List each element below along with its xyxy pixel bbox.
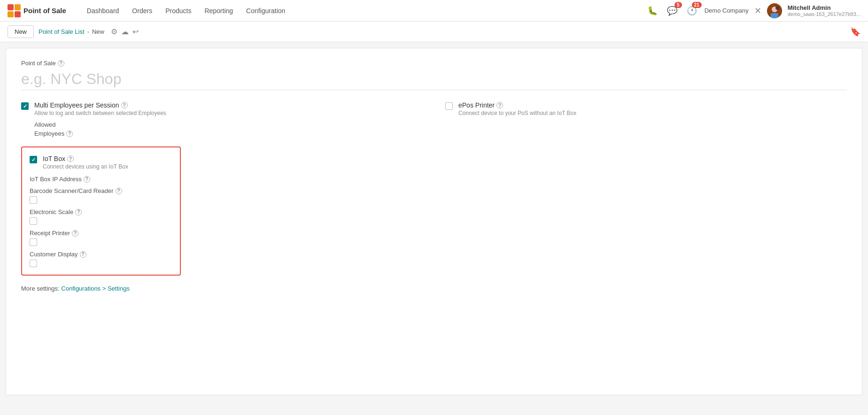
- breadcrumb-parent[interactable]: Point of Sale List: [39, 28, 85, 35]
- svg-rect-6: [771, 13, 778, 18]
- bug-icon-btn[interactable]: 🐛: [645, 4, 659, 18]
- activity-badge: 21: [692, 2, 702, 8]
- new-button[interactable]: New: [8, 25, 34, 38]
- multi-employees-help[interactable]: ?: [121, 102, 128, 108]
- employees-label: Employees ?: [34, 130, 166, 137]
- barcode-scanner-label: Barcode Scanner/Card Reader ?: [30, 187, 172, 194]
- iot-box-title: IoT Box ?: [43, 155, 128, 162]
- app-logo[interactable]: Point of Sale: [8, 4, 76, 17]
- multi-employees-checkbox[interactable]: [21, 102, 29, 110]
- avatar-image: [767, 3, 782, 18]
- receipt-printer-checkbox[interactable]: [30, 238, 37, 246]
- svg-point-7: [775, 6, 779, 10]
- breadcrumb: Point of Sale List › New: [39, 28, 104, 35]
- employees-help-icon[interactable]: ?: [66, 131, 73, 137]
- epos-printer-help[interactable]: ?: [496, 102, 503, 108]
- epos-printer-text: ePos Printer ? Connect device to your Po…: [458, 101, 576, 116]
- iot-box-help[interactable]: ?: [67, 155, 74, 162]
- bug-icon: 🐛: [647, 6, 658, 16]
- multi-employees-title: Multi Employees per Session ?: [34, 101, 166, 109]
- company-name: Demo Company: [705, 7, 749, 14]
- svg-rect-1: [15, 4, 21, 10]
- settings-row: Multi Employees per Session ? Allow to l…: [21, 101, 847, 276]
- barcode-scanner-field: Barcode Scanner/Card Reader ?: [30, 187, 172, 204]
- barcode-scanner-help[interactable]: ?: [116, 188, 122, 194]
- iot-ip-help[interactable]: ?: [84, 176, 90, 183]
- customer-display-checkbox-wrap: [30, 260, 172, 267]
- pos-name-input[interactable]: [21, 69, 847, 90]
- chat-badge: 5: [674, 2, 682, 8]
- electronic-scale-field: Electronic Scale ?: [30, 208, 172, 225]
- iot-box-item: IoT Box ? Connect devices using an IoT B…: [30, 155, 172, 170]
- toolbar-right: 🔖: [850, 27, 860, 37]
- electronic-scale-label: Electronic Scale ?: [30, 208, 172, 215]
- nav-right: 🐛 💬 5 🕐 21 Demo Company ✕ Mitchell Admin…: [645, 3, 860, 18]
- pos-label-text: Point of Sale: [21, 60, 56, 67]
- toolbar: New Point of Sale List › New ⚙ ☁ ↩ 🔖: [0, 22, 868, 42]
- customer-display-help[interactable]: ?: [80, 251, 86, 258]
- settings-icon[interactable]: ⚙: [111, 27, 117, 36]
- receipt-printer-help[interactable]: ?: [72, 230, 78, 237]
- user-name: Mitchell Admin: [788, 4, 860, 11]
- more-settings: More settings: Configurations > Settings: [21, 285, 847, 292]
- receipt-printer-checkbox-wrap: [30, 238, 172, 246]
- multi-employees-text: Multi Employees per Session ? Allow to l…: [34, 101, 166, 139]
- iot-box-section: IoT Box ? Connect devices using an IoT B…: [21, 146, 181, 276]
- multi-employees-desc: Allow to log and switch between selected…: [34, 110, 166, 116]
- app-title: Point of Sale: [23, 7, 66, 15]
- toolbar-actions: ⚙ ☁ ↩: [111, 27, 139, 36]
- settings-left-col: Multi Employees per Session ? Allow to l…: [21, 101, 423, 276]
- main-content: Point of Sale ? Multi Employees per Sess…: [6, 48, 862, 395]
- nav-configuration[interactable]: Configuration: [240, 1, 292, 20]
- barcode-scanner-checkbox-wrap: [30, 196, 172, 204]
- close-icon[interactable]: ✕: [754, 6, 761, 16]
- undo-icon[interactable]: ↩: [132, 27, 139, 36]
- electronic-scale-checkbox[interactable]: [30, 217, 37, 225]
- user-sub: demo_saas-163_2617e27b93...: [788, 11, 860, 17]
- nav-reporting[interactable]: Reporting: [198, 1, 240, 20]
- bookmark-icon[interactable]: 🔖: [850, 27, 860, 37]
- iot-box-desc: Connect devices using an IoT Box: [43, 163, 128, 170]
- user-avatar[interactable]: [767, 3, 782, 18]
- customer-display-field: Customer Display ?: [30, 251, 172, 267]
- pos-help-icon[interactable]: ?: [58, 60, 64, 67]
- svg-rect-3: [15, 11, 21, 17]
- iot-ip-label: IoT Box IP Address ?: [30, 176, 172, 183]
- customer-display-checkbox[interactable]: [30, 260, 37, 267]
- chat-btn[interactable]: 💬 5: [665, 4, 679, 18]
- receipt-printer-label: Receipt Printer ?: [30, 230, 172, 237]
- breadcrumb-current: New: [92, 28, 104, 35]
- more-settings-link[interactable]: Configurations > Settings: [61, 285, 130, 292]
- epos-printer-checkbox[interactable]: [445, 102, 453, 110]
- nav-products[interactable]: Products: [159, 1, 198, 20]
- electronic-scale-checkbox-wrap: [30, 217, 172, 225]
- customer-display-label: Customer Display ?: [30, 251, 172, 258]
- epos-printer-item: ePos Printer ? Connect device to your Po…: [445, 101, 847, 116]
- settings-right-col: ePos Printer ? Connect device to your Po…: [445, 101, 847, 276]
- barcode-scanner-checkbox[interactable]: [30, 196, 37, 204]
- more-settings-label: More settings:: [21, 285, 60, 292]
- activity-btn[interactable]: 🕐 21: [685, 4, 699, 18]
- nav-menu: Dashboard Orders Products Reporting Conf…: [80, 1, 292, 20]
- nav-orders[interactable]: Orders: [125, 1, 159, 20]
- allowed-label: Allowed: [34, 121, 166, 128]
- epos-printer-desc: Connect device to your PoS without an Io…: [458, 110, 576, 116]
- top-nav: Point of Sale Dashboard Orders Products …: [0, 0, 868, 22]
- iot-box-checkbox[interactable]: [30, 156, 37, 163]
- upload-icon[interactable]: ☁: [121, 27, 129, 36]
- user-info: Mitchell Admin demo_saas-163_2617e27b93.…: [788, 4, 860, 17]
- electronic-scale-help[interactable]: ?: [75, 209, 82, 215]
- logo-icon: [8, 4, 21, 17]
- breadcrumb-separator: ›: [87, 28, 89, 35]
- iot-ip-field: IoT Box IP Address ?: [30, 176, 172, 183]
- allowed-employees-field: Allowed Employees ?: [34, 121, 166, 137]
- epos-printer-title: ePos Printer ?: [458, 101, 576, 109]
- pos-section-label: Point of Sale ?: [21, 60, 847, 67]
- iot-box-text: IoT Box ? Connect devices using an IoT B…: [43, 155, 128, 170]
- multi-employees-item: Multi Employees per Session ? Allow to l…: [21, 101, 423, 139]
- nav-dashboard[interactable]: Dashboard: [80, 1, 126, 20]
- svg-rect-2: [8, 11, 14, 17]
- svg-rect-0: [8, 4, 14, 10]
- receipt-printer-field: Receipt Printer ?: [30, 230, 172, 246]
